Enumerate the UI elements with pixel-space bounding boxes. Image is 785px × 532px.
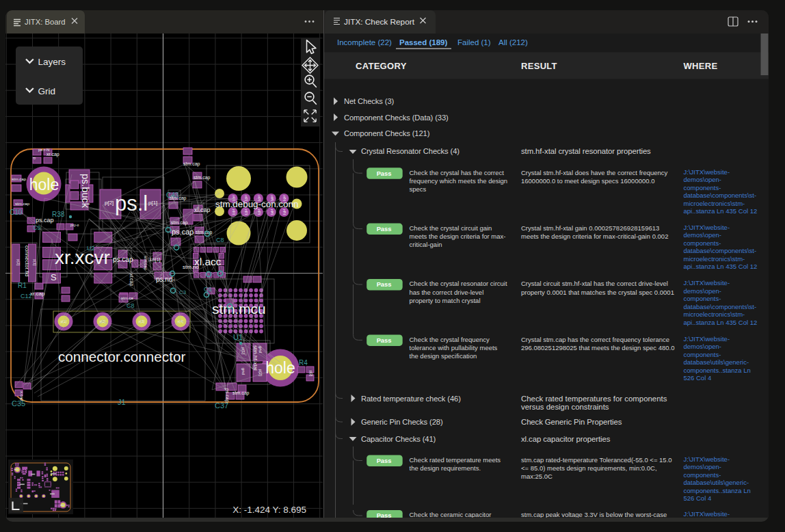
svg-text:hole: hole [29,176,59,194]
svg-text:Pass: Pass [377,281,392,288]
svg-text:demos\open-: demos\open- [684,463,721,470]
svg-text:Pass: Pass [377,170,392,177]
svg-text:stm.cap: stm.cap [194,175,211,181]
svg-text:J:\JITX\website-: J:\JITX\website- [684,168,730,176]
svg-text:Crystal circuit stm.hf-xtal ha: Crystal circuit stm.hf-xtal has the corr… [521,280,668,287]
svg-text:the design specification: the design specification [410,352,477,360]
svg-text:Pass: Pass [377,337,392,344]
svg-text:meets the design criteria for: meets the design criteria for max- [410,232,506,240]
svg-text:C9: C9 [33,224,41,231]
svg-text:components..stanza Ln: components..stanza Ln [684,367,751,374]
svg-text:api..stanza Ln 435 Col 12: api..stanza Ln 435 Col 12 [684,207,758,215]
svg-text:Check the crystal circuit gain: Check the crystal circuit gain [410,224,492,232]
svg-text:R38: R38 [52,211,65,218]
svg-text:p[1]: p[1] [148,200,157,206]
svg-text:p[2]: p[2] [16,259,21,266]
svg-text:Generic Pin Checks (28): Generic Pin Checks (28) [361,418,443,426]
svg-text:Crystal stm.cap has the correc: Crystal stm.cap has the correct frequenc… [521,336,669,343]
svg-text:J:\JITX\website-: J:\JITX\website- [684,510,730,518]
svg-text:Capacitor Checks (41): Capacitor Checks (41) [361,435,436,443]
svg-text:U2: U2 [87,245,95,252]
svg-text:components-: components- [684,239,721,247]
svg-text:xl.cap: xl.cap [194,207,211,213]
svg-text:demos\open-: demos\open- [684,176,721,183]
svg-text:critical-gain: critical-gain [410,241,442,248]
svg-text:database\utils\generic-: database\utils\generic- [684,358,749,366]
svg-text:p[1]: p[1] [232,209,236,214]
svg-text:C43: C43 [166,191,179,199]
svg-text:U1: U1 [233,333,243,341]
svg-text:Net Checks (3): Net Checks (3) [344,97,395,105]
svg-text:stm.nd: stm.nd [183,264,199,270]
svg-text:WHERE: WHERE [684,61,718,71]
svg-text:the design requirements.: the design requirements. [410,464,481,472]
svg-text:stm.cap: stm.cap [232,390,250,396]
svg-text:ps.cap: ps.cap [172,228,194,236]
svg-text:connector.fid: connector.fid [24,245,30,276]
svg-text:Layers: Layers [38,57,66,67]
svg-text:pxy-o: pxy-o [70,223,79,227]
svg-text:Check rated temperatures for c: Check rated temperatures for components [521,395,667,403]
svg-text:J:\JITX\website-: J:\JITX\website- [684,335,730,343]
svg-text:api..stanza Ln 435 Col 12: api..stanza Ln 435 Col 12 [684,263,758,270]
svg-text:xr.xcvr: xr.xcvr [55,247,110,268]
svg-text:microelectronics\stm-: microelectronics\stm- [684,255,745,263]
svg-text:gnd: gnd [241,368,245,375]
svg-text:stm.cap: stm.cap [12,177,27,181]
svg-text:JITX: Check Report: JITX: Check Report [344,17,415,27]
svg-text:S: S [51,272,57,282]
svg-text:Pass: Pass [377,226,392,232]
svg-text:All (212): All (212) [498,38,528,46]
svg-text:database\components\st-: database\components\st- [684,247,757,254]
svg-text:stm.cap peak voltage 3.3V is b: stm.cap peak voltage 3.3V is below the w… [521,511,667,518]
svg-text:296.080251298025 that meets th: 296.080251298025 that meets the design s… [521,344,674,351]
svg-text:tolerance with pullability mee: tolerance with pullability meets [410,344,498,351]
svg-text:<= 85.0) meets design requirem: <= 85.0) meets design requirements, min:… [521,464,657,472]
svg-text:p[1]: p[1] [241,347,245,354]
svg-text:xl.cap capacitor properties: xl.cap capacitor properties [521,435,611,443]
svg-text:property 0.0001 that matches t: property 0.0001 that matches the crystal… [521,289,674,296]
svg-text:xr.cap: xr.cap [46,152,59,157]
svg-text:JITX: Board: JITX: Board [25,18,66,26]
svg-text:C6: C6 [204,286,212,293]
svg-text:C35: C35 [12,399,25,408]
svg-text:p[5]: p[5] [283,209,287,214]
svg-text:C37: C37 [215,401,228,410]
svg-text:Check the ceramic capacitor: Check the ceramic capacitor [410,511,492,518]
svg-text:stm.cap rated-temperature Tole: stm.cap rated-temperature Toleranced(-55… [521,456,672,464]
svg-text:Check the crystal frequency: Check the crystal frequency [410,336,490,343]
svg-text:microelectronics\stm-: microelectronics\stm- [684,310,745,318]
svg-text:stm.mcu: stm.mcu [212,301,266,317]
svg-text:stm.cap: stm.cap [15,202,30,206]
svg-text:ps.cap: ps.cap [224,388,230,403]
svg-text:526 Col 4: 526 Col 4 [684,374,712,382]
svg-text:components-: components- [684,471,721,479]
svg-text:Check the crystal resonator ci: Check the crystal resonator circuit [410,280,507,287]
svg-text:p[2]: p[2] [309,371,313,377]
svg-text:J:\JITX\website-: J:\JITX\website- [684,279,730,287]
svg-text:Pass: Pass [377,512,392,518]
svg-text:16000000.0 to meet design spec: 16000000.0 to meet design specs 16000000… [521,177,654,185]
svg-text:hole: hole [265,359,295,377]
svg-text:max:25.0C: max:25.0C [521,473,553,480]
svg-text:CATEGORY: CATEGORY [356,61,407,71]
svg-text:p[2]: p[2] [245,209,248,214]
svg-text:database\utils\generic-: database\utils\generic- [684,479,749,486]
svg-text:Incomplete (22): Incomplete (22) [337,38,392,46]
svg-text:stm.cap: stm.cap [144,256,148,271]
svg-text:demos\open-: demos\open- [684,287,721,295]
svg-text:demos\open-: demos\open- [684,343,721,350]
svg-text:Crystal Resonator Checks (4): Crystal Resonator Checks (4) [361,147,460,155]
svg-text:C10: C10 [10,209,23,216]
svg-text:Check the crystal has the corr: Check the crystal has the correct [410,169,505,176]
svg-text:C8: C8 [216,237,224,243]
svg-text:J:\JITX\website-: J:\JITX\website- [684,455,730,463]
svg-text:p[1]: p[1] [33,259,37,266]
svg-text:ps.cap: ps.cap [36,217,54,224]
svg-text:Crystal stm.hf-xtal does have: Crystal stm.hf-xtal does have the correc… [521,169,668,176]
svg-text:RESULT: RESULT [521,61,557,71]
svg-text:gnd: gnd [258,346,263,353]
svg-text:X: -1.424 Y: 8.695: X: -1.424 Y: 8.695 [232,505,306,515]
svg-text:components..stanza Ln: components..stanza Ln [684,487,751,494]
svg-text:frequency which meets the desi: frequency which meets the design [410,177,508,185]
